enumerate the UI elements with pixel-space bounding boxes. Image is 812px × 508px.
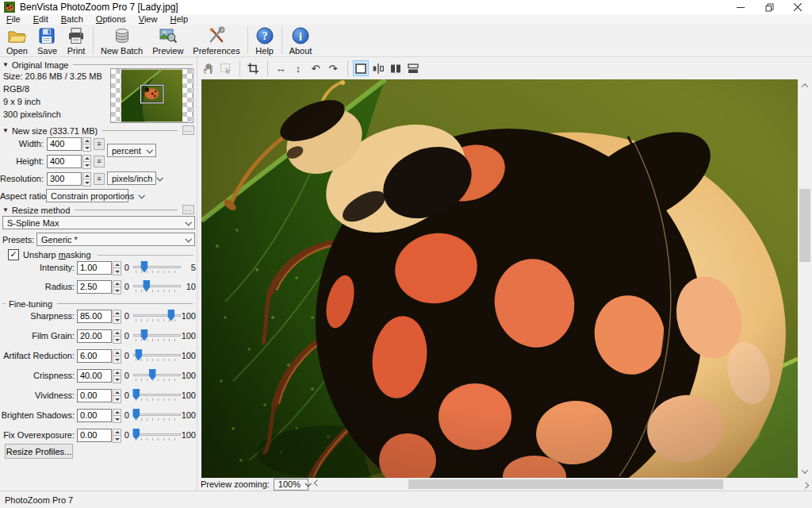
slider-thumb[interactable] (143, 280, 150, 292)
preferences-button[interactable]: Preferences (188, 25, 244, 56)
side-by-side-view-button[interactable] (388, 60, 404, 76)
resize-method-select[interactable]: S-Spline Max (2, 216, 195, 229)
crispness-slider[interactable] (132, 369, 182, 383)
scroll-down-button[interactable] (798, 465, 812, 478)
unsharp-masking-checkbox[interactable]: ✓ (8, 249, 19, 260)
resize-method-options-button[interactable]: ... (182, 205, 194, 214)
help-button[interactable]: ? Help (251, 25, 279, 56)
vividness-spinner[interactable] (113, 389, 121, 402)
single-view-icon (355, 64, 366, 74)
close-button[interactable] (783, 0, 812, 14)
crop-tool-button[interactable] (245, 60, 261, 76)
height-link-button[interactable]: ≡ (94, 156, 105, 167)
crispness-input[interactable] (77, 369, 112, 383)
top-bottom-view-button[interactable] (405, 60, 421, 76)
height-input[interactable] (47, 155, 82, 168)
new-size-options-button[interactable]: ... (182, 125, 194, 135)
sharpness-input[interactable] (77, 310, 112, 323)
fix-overexposure-input[interactable] (77, 429, 112, 442)
preview-toolbar-separator (239, 60, 240, 76)
resolution-unit-select[interactable]: pixels/inch (107, 171, 156, 185)
rotate-right-button[interactable]: ↷ (325, 60, 341, 76)
intensity-input[interactable] (77, 261, 112, 275)
new-size-header[interactable]: ▼ New size (333.71 MB) (2, 125, 179, 136)
menu-options[interactable]: Options (90, 14, 132, 25)
flip-vertical-button[interactable]: ↕ (290, 60, 306, 76)
slider-thumb[interactable] (167, 310, 174, 321)
preview-button[interactable]: Preview (147, 25, 188, 56)
slider-thumb[interactable] (140, 261, 147, 273)
scroll-right-button[interactable] (799, 478, 812, 491)
slider-thumb[interactable] (132, 409, 140, 421)
intensity-slider[interactable] (132, 261, 182, 275)
scroll-up-button[interactable] (798, 79, 812, 92)
vividness-slider[interactable] (132, 389, 182, 402)
navigator-thumbnail[interactable] (110, 68, 193, 123)
height-spinner[interactable] (82, 155, 91, 168)
save-button[interactable]: Save (33, 25, 62, 56)
preview-image-ladybug[interactable] (201, 79, 798, 478)
fix-overexposure-spinner[interactable] (113, 429, 121, 442)
film-grain-spinner[interactable] (113, 329, 121, 343)
width-input[interactable] (47, 137, 82, 151)
print-button[interactable]: Print (62, 25, 90, 56)
slider-thumb[interactable] (132, 389, 140, 401)
new-batch-button[interactable]: New Batch (96, 25, 147, 56)
width-link-button[interactable]: ≡ (94, 138, 105, 150)
brighten-shadows-spinner[interactable] (113, 409, 121, 422)
slider-thumb[interactable] (135, 349, 142, 361)
vividness-input[interactable] (77, 389, 112, 402)
menu-edit[interactable]: Edit (27, 14, 55, 25)
menu-batch[interactable]: Batch (55, 14, 90, 25)
vertical-scrollbar-thumb[interactable] (799, 189, 810, 262)
radius-slider[interactable] (132, 280, 182, 294)
resolution-link-button[interactable]: ≡ (94, 173, 105, 185)
restore-button[interactable] (755, 0, 783, 14)
resolution-row: Resolution: ≡ (0, 171, 196, 186)
horizontal-scrollbar-thumb[interactable] (408, 479, 723, 489)
film-grain-slider[interactable] (132, 329, 182, 343)
menu-help[interactable]: Help (163, 14, 194, 25)
slider-thumb[interactable] (149, 369, 156, 381)
vertical-scrollbar[interactable] (798, 79, 812, 478)
flip-horizontal-button[interactable]: ↔ (273, 60, 289, 76)
radius-input[interactable] (77, 280, 112, 294)
open-button[interactable]: Open (2, 25, 33, 56)
aspect-ratio-select[interactable]: Constrain proportions (46, 189, 128, 202)
artifact-reduction-spinner[interactable] (113, 349, 121, 363)
artifact-reduction-slider[interactable] (132, 349, 182, 363)
radius-spinner[interactable] (113, 280, 121, 294)
scroll-left-button[interactable] (312, 478, 323, 491)
sharpness-slider[interactable] (132, 310, 182, 323)
hand-tool-button[interactable] (200, 60, 216, 76)
resize-profiles-button[interactable]: Resize Profiles... (5, 444, 73, 459)
brighten-shadows-slider[interactable] (132, 409, 182, 422)
selection-marquee-icon (220, 63, 232, 75)
rectangular-selection-tool-button[interactable] (217, 60, 233, 76)
presets-select[interactable]: Generic * (36, 233, 195, 246)
intensity-spinner[interactable] (113, 261, 121, 275)
resolution-input[interactable] (47, 172, 82, 186)
menu-file[interactable]: File (0, 14, 27, 25)
top-bottom-view-icon (408, 64, 419, 74)
film-grain-input[interactable] (77, 329, 112, 343)
horizontal-scrollbar[interactable] (323, 478, 799, 491)
crispness-spinner[interactable] (113, 369, 121, 383)
resize-method-header[interactable]: ▼ Resize method (2, 205, 179, 215)
sharpness-spinner[interactable] (113, 310, 121, 323)
fix-overexposure-slider[interactable] (132, 429, 182, 442)
resolution-spinner[interactable] (82, 172, 91, 186)
single-view-button[interactable] (353, 60, 369, 76)
slider-thumb[interactable] (132, 429, 140, 441)
artifact-reduction-input[interactable] (77, 349, 112, 363)
rotate-left-button[interactable]: ↶ (308, 60, 324, 76)
slider-thumb[interactable] (140, 329, 147, 341)
preview-zoom-select[interactable]: 100% (274, 479, 308, 491)
split-view-icon (373, 64, 384, 74)
split-view-button[interactable] (370, 60, 386, 76)
width-spinner[interactable] (82, 137, 91, 151)
about-button[interactable]: i About (285, 25, 317, 56)
minimize-button[interactable] (726, 0, 755, 14)
brighten-shadows-input[interactable] (77, 409, 112, 422)
menu-view[interactable]: View (132, 14, 164, 25)
